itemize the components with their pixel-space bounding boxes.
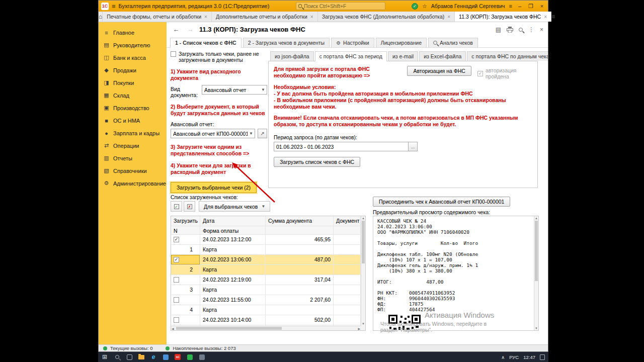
search-input[interactable]	[304, 4, 382, 9]
row-checkbox[interactable]	[174, 277, 179, 283]
subtab-json[interactable]: из json-файла	[270, 51, 314, 61]
start-button[interactable]: ⊞	[98, 353, 111, 360]
uncheck-all-button[interactable]: ✗	[184, 201, 195, 212]
only-new-checkbox-row[interactable]: Загружать только чеки, ранее не загружен…	[171, 51, 267, 63]
close-tab-icon[interactable]: ×	[310, 14, 313, 20]
row-checkbox[interactable]	[174, 237, 179, 242]
sidebar-item-bank-cash[interactable]: ◫Банк и касса	[99, 51, 167, 64]
preview-scrollbar[interactable]: ▲ ▼	[534, 216, 538, 330]
edge-icon[interactable]: e	[147, 352, 159, 362]
scroll-left-icon[interactable]: ◀	[172, 327, 174, 330]
table-row[interactable]: 1 Карта	[171, 245, 361, 255]
task-view-icon[interactable]	[123, 352, 135, 362]
notification-center-icon[interactable]	[540, 354, 545, 360]
sidebar-item-purchases[interactable]: ◨Покупки	[99, 76, 167, 89]
taskbar-app-icon[interactable]	[184, 352, 196, 362]
period-input[interactable]	[274, 142, 409, 151]
minimize-button[interactable]: –	[516, 3, 523, 9]
period-picker-button[interactable]: ...	[409, 142, 418, 151]
global-search[interactable]	[296, 2, 385, 10]
current-user[interactable]: Абрамов Геннадий Сергеевич	[431, 3, 505, 9]
home-tab[interactable]: ⌂	[99, 12, 103, 22]
tab-licensing[interactable]: Лицензирование	[376, 38, 427, 47]
tab-load-to-documents[interactable]: 2 - Загрузка чеков в документы	[243, 38, 330, 47]
table-horizontal-scrollbar[interactable]: ◀ ▶	[171, 326, 361, 330]
advance-report-combo[interactable]: Авансовый отчет КП00-000001 от 09 ▼	[171, 129, 255, 138]
scroll-up-icon[interactable]: ▲	[534, 217, 538, 220]
sidebar-item-warehouse[interactable]: ▦Склад	[99, 89, 167, 102]
attach-receipt-button[interactable]: Присоединить чек к Авансовый отчет КП00-…	[373, 197, 510, 207]
tab-fns-processing[interactable]: Загрузка чеков ФНС (Дополнительная обраб…	[318, 12, 455, 22]
close-tab-icon[interactable]: ×	[204, 14, 207, 20]
sidebar-item-administration[interactable]: ⚙Администрирование	[99, 177, 167, 190]
scroll-right-icon[interactable]: ▶	[358, 327, 360, 330]
table-row[interactable]: 4 Карта	[171, 305, 361, 315]
table-row[interactable]: 24.02.2023 11:55:00 2 207,60	[171, 295, 361, 305]
subtab-excel[interactable]: из Excel-файла	[419, 51, 466, 61]
tab-fns-receipts[interactable]: 11.3 (КОРП): Загрузка чеков ФНС×	[455, 12, 551, 22]
table-row-selected[interactable]: 2 Карта	[171, 265, 361, 275]
check-all-button[interactable]: ✓	[171, 201, 182, 212]
table-vertical-scrollbar[interactable]: ▲ ▼	[361, 216, 365, 326]
scroll-up-icon[interactable]: ▲	[361, 217, 365, 220]
sidebar-item-main[interactable]: ≡Главное	[99, 26, 167, 39]
taskbar-search-icon[interactable]	[111, 352, 123, 362]
sidebar-item-sales[interactable]: ◆Продажи	[99, 64, 167, 76]
tab-list-icon[interactable]: ≡	[551, 12, 555, 22]
tab-printed-forms[interactable]: Печатные формы, отчеты и обработки×	[103, 12, 212, 22]
row-checkbox[interactable]	[174, 317, 179, 323]
discussions-icon[interactable]: ✓	[412, 3, 418, 10]
load-selected-receipts-button[interactable]: Загрузить выбранные чеки (2)	[171, 182, 257, 193]
tab-additional-reports[interactable]: Дополнительные отчеты и обработки×	[212, 12, 318, 22]
subtab-email[interactable]: из e-mail	[388, 51, 418, 61]
sidebar-item-payroll[interactable]: ●Зарплата и кадры	[99, 127, 167, 139]
table-row[interactable]: 3 Карта	[171, 285, 361, 295]
chevron-down-icon[interactable]: ▼	[260, 87, 267, 92]
favorites-star-icon[interactable]: ☆	[422, 3, 427, 10]
clock[interactable]: 12:47	[523, 354, 535, 360]
load-fns-list-button[interactable]: Загрузить список чеков с ФНС	[274, 157, 360, 167]
table-row[interactable]: 24.02.2023 12:19:00 317,04	[171, 275, 361, 285]
table-row[interactable]: 24.02.2023 13:12:00 465,95	[171, 235, 361, 245]
tab-settings[interactable]: ⚙Настройки	[331, 38, 374, 47]
sidebar-item-manager[interactable]: ▤Руководителю	[99, 39, 167, 51]
print-icon[interactable]	[507, 27, 513, 33]
sidebar-item-reports[interactable]: ▥Отчеты	[99, 152, 167, 164]
tab-receipt-analysis[interactable]: Анализ чеков	[428, 38, 478, 47]
subtab-fns-by-receipt[interactable]: с портала ФНС по данным чека	[467, 51, 548, 61]
language-indicator[interactable]: РУС	[509, 354, 519, 360]
forward-button[interactable]: →	[185, 25, 195, 34]
for-selected-menu-button[interactable]: Для выбранных чеков▼	[199, 201, 270, 212]
chevron-down-icon[interactable]: ▼	[248, 131, 255, 136]
back-button[interactable]: ←	[171, 25, 181, 34]
sidebar-item-production[interactable]: ▣Производство	[99, 102, 167, 114]
find-icon[interactable]	[519, 28, 523, 32]
auth-done-checkbox[interactable]	[477, 71, 483, 76]
table-row-selected[interactable]: 24.02.2023 13:06:00 487,00	[171, 255, 361, 265]
row-checkbox[interactable]	[174, 257, 179, 262]
1c-app-icon[interactable]: 1С	[172, 352, 184, 362]
only-new-checkbox[interactable]	[171, 51, 176, 57]
close-tab-icon[interactable]: ×	[447, 14, 450, 20]
close-tab-icon[interactable]: ×	[544, 14, 547, 20]
doc-type-combo[interactable]: Авансовый отчет ▼	[202, 85, 267, 95]
form-settings-icon[interactable]: ▤	[496, 26, 501, 33]
taskbar-app-icon[interactable]	[159, 352, 172, 362]
tab-receipt-list[interactable]: 1 - Список чеков с ФНС	[170, 38, 242, 48]
sidebar-item-directories[interactable]: ▧Справочники	[99, 164, 167, 177]
sidebar-item-fixed-assets[interactable]: ■ОС и НМА	[99, 114, 167, 127]
row-checkbox[interactable]	[174, 297, 179, 303]
close-window-button[interactable]: ×	[538, 3, 545, 9]
file-explorer-icon[interactable]	[135, 352, 147, 362]
more-icon[interactable]: ⋮	[528, 26, 534, 33]
main-menu-icon[interactable]: ≡	[112, 3, 116, 10]
tray-expand-icon[interactable]: ∧	[501, 354, 505, 360]
table-row[interactable]: 24.02.2023 10:14:00 502,00	[171, 315, 361, 325]
open-document-button[interactable]: ↗	[258, 129, 267, 138]
close-form-icon[interactable]: ×	[540, 26, 543, 33]
fns-auth-button[interactable]: Авторизация на ФНС	[407, 66, 471, 76]
scroll-down-icon[interactable]: ▼	[534, 327, 538, 330]
scroll-down-icon[interactable]: ▼	[361, 322, 365, 325]
service-menu-icon[interactable]: ≡	[509, 3, 512, 9]
taskbar-app-icon[interactable]	[196, 352, 208, 362]
